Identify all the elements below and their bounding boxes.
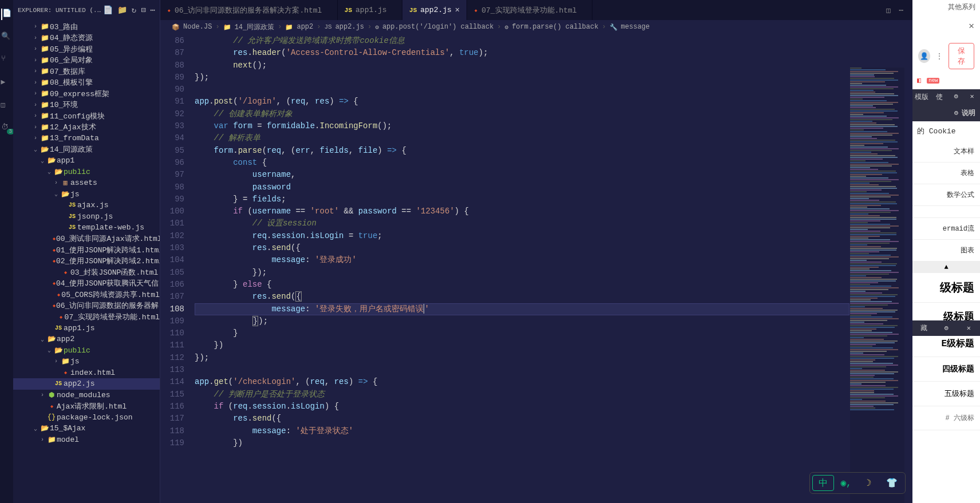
tab-use[interactable]: 使	[930, 89, 948, 105]
tree-item[interactable]: ⬥06_访问非同源数据的服务器解...	[13, 300, 160, 312]
tree-item[interactable]: ›📁09_express框架	[13, 88, 160, 100]
editor-tab[interactable]: JSapp1.js×	[338, 0, 402, 20]
code-line[interactable]: })	[195, 437, 912, 449]
tree-item[interactable]: ›📁08_模板引擎	[13, 77, 160, 89]
tree-item[interactable]: JSjsonp.js	[13, 211, 160, 223]
tree-item[interactable]: JStemplate-web.js	[13, 222, 160, 233]
code-line[interactable]: form.parse(req, (err, fields, file) => {	[195, 145, 912, 157]
right-list-item[interactable]	[912, 206, 980, 218]
tree-item[interactable]: ⬥03_封装JSONP函数.html	[13, 267, 160, 278]
code-line[interactable]: message: '登录失败，用户名或密码错误'	[195, 303, 912, 315]
close-icon[interactable]: ✕	[969, 20, 974, 31]
tree-item[interactable]: ⬥02_使用JSONP解决跨域2.html	[13, 256, 160, 267]
tree-item[interactable]: ›⬢node_modules	[13, 390, 160, 401]
split-icon[interactable]: ◫	[886, 6, 891, 15]
tree-item[interactable]: ›📁13_fromData	[13, 133, 160, 144]
code-line[interactable]: }	[195, 327, 912, 339]
file-tree[interactable]: ›📁03_路由›📁04_静态资源›📁05_异步编程›📁06_全局对象›📁07_数…	[13, 20, 160, 503]
more-icon[interactable]: ⋯	[151, 5, 155, 15]
editor-tab[interactable]: ⬥07_实现跨域登录功能.html×	[467, 0, 592, 20]
panel-close-icon[interactable]: ✕	[964, 89, 980, 105]
tree-item[interactable]: ›📁js	[13, 356, 160, 367]
heading-sample[interactable]: 五级标题	[912, 382, 980, 406]
tree-item[interactable]: JSapp1.js	[13, 323, 160, 334]
code-line[interactable]: });	[195, 72, 912, 84]
right-list-item[interactable]: 数学公式	[912, 184, 980, 206]
tree-item[interactable]: ›📁04_静态资源	[13, 33, 160, 44]
tree-item[interactable]: {}package-lock.json	[13, 412, 160, 423]
code-line[interactable]: res.header('Access-Control-Allow-Credent…	[195, 47, 912, 59]
breadcrumb-item[interactable]: form.parse() callback	[512, 23, 598, 31]
tree-item[interactable]: ›📁12_Ajax技术	[13, 122, 160, 133]
lang-toggle[interactable]: 中	[812, 475, 834, 491]
tree-item[interactable]: ›📁05_异步编程	[13, 43, 160, 55]
code-line[interactable]: res.send({	[195, 291, 912, 303]
close-icon[interactable]: ×	[455, 6, 460, 15]
code-line[interactable]: // 解析表单	[195, 132, 912, 144]
tree-item[interactable]: ›📁model	[13, 434, 160, 446]
code-line[interactable]: if (username == 'root' && password == '1…	[195, 205, 912, 217]
tree-item[interactable]: ›📁03_路由	[13, 21, 160, 33]
code-line[interactable]: });	[195, 352, 912, 364]
scroll-up-icon[interactable]: ▲	[912, 262, 980, 273]
code-line[interactable]: // 允许客户端发送跨域请求时携带cookie信息	[195, 35, 912, 47]
tree-item[interactable]: ⌄📂public	[13, 167, 160, 178]
shirt-icon[interactable]: 👕	[881, 475, 903, 491]
code-line[interactable]: if (req.session.isLogin) {	[195, 401, 912, 413]
right-list-item[interactable]: 图表	[912, 240, 980, 262]
tree-item[interactable]: ›📁11_config模块	[13, 110, 160, 122]
editor-tab[interactable]: ⬥06_访问非同源数据的服务器解决方案.html×	[160, 0, 338, 20]
tree-item[interactable]: ›📁06_全局对象	[13, 55, 160, 66]
hide-label[interactable]: 藏	[912, 320, 935, 336]
code-line[interactable]: username,	[195, 169, 912, 181]
breadcrumb[interactable]: 📦Node.JS›📁14_同源政策›📁app2›JSapp2.js›⚙app.p…	[160, 20, 912, 34]
code-line[interactable]: message: '登录成功'	[195, 254, 912, 266]
code-line[interactable]: // 创建表单解析对象	[195, 108, 912, 120]
tree-item[interactable]: ⌄📂14_同源政策	[13, 144, 160, 156]
code-line[interactable]: // 判断用户是否处于登录状态	[195, 389, 912, 401]
tree-item[interactable]: JSajax.js	[13, 200, 160, 211]
gear-icon[interactable]: ⚙	[948, 89, 964, 105]
code-line[interactable]: app.post('/login', (req, res) => {	[195, 96, 912, 108]
tree-item[interactable]: ⬥04_使用JSONP获取腾讯天气信...	[13, 278, 160, 290]
code-line[interactable]: const {	[195, 157, 912, 169]
code-line[interactable]: app.get('/checkLogin', (req, res) => {	[195, 376, 912, 388]
code-line[interactable]: });	[195, 315, 912, 327]
breadcrumb-item[interactable]: app.post('/login') callback	[382, 23, 493, 31]
breadcrumb-item[interactable]: message	[621, 23, 650, 31]
tree-item[interactable]: ›📁10_环境	[13, 100, 160, 111]
refresh-icon[interactable]: ↻	[132, 5, 136, 15]
debug-icon[interactable]: ▶	[1, 77, 13, 89]
code-line[interactable]: var form = formidable.IncomingForm();	[195, 120, 912, 132]
moon-icon[interactable]: ☽	[858, 475, 880, 491]
code-line[interactable]: } else {	[195, 279, 912, 291]
tree-item[interactable]: ⬥Ajax请求限制.html	[13, 401, 160, 412]
code-area[interactable]: 8687888990919293949596979899100101102103…	[160, 34, 912, 503]
code-line[interactable]: // 设置session	[195, 217, 912, 229]
heading-sample[interactable]: 级标题	[912, 273, 980, 303]
tree-item[interactable]: ⌄📂public	[13, 345, 160, 357]
gear-icon[interactable]: ⚙	[935, 321, 957, 335]
heading-sample[interactable]: 四级标题	[912, 357, 980, 382]
tree-item[interactable]: ⬥00_测试非同源Ajax请求.html	[13, 233, 160, 245]
tree-item[interactable]: JSapp2.js	[13, 378, 160, 390]
tree-item[interactable]: ⬥05_CORS跨域资源共享.html	[13, 289, 160, 300]
new-file-icon[interactable]: 📄	[103, 5, 113, 15]
circle-icon[interactable]: ◉,	[835, 475, 857, 491]
kebab-icon[interactable]: ⋮	[936, 52, 943, 61]
new-folder-icon[interactable]: 📁	[117, 5, 127, 15]
tree-item[interactable]: ⌄📂app2	[13, 334, 160, 345]
tree-item[interactable]: ⬥index.html	[13, 367, 160, 379]
breadcrumb-item[interactable]: app2	[297, 23, 313, 31]
code-line[interactable]: message: '处于登录状态'	[195, 425, 912, 437]
tree-item[interactable]: ⌄📂js	[13, 189, 160, 200]
code-line[interactable]: } = fields;	[195, 193, 912, 205]
code-line[interactable]: res.send({	[195, 242, 912, 254]
search-icon[interactable]: 🔍	[1, 31, 13, 43]
tree-item[interactable]: ⌄📂app1	[13, 155, 160, 167]
code-line[interactable]: });	[195, 267, 912, 279]
breadcrumb-item[interactable]: app2.js	[335, 23, 364, 31]
right-list-item[interactable]: ermaid流	[912, 218, 980, 240]
heading-sample[interactable]: # 六级标	[912, 406, 980, 430]
timeline-icon[interactable]: ⏱3	[1, 123, 13, 134]
